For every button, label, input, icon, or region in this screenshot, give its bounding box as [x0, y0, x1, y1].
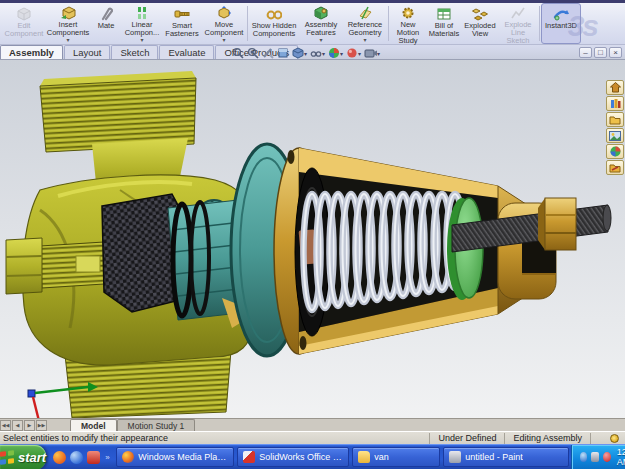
insert-components-button[interactable]: Insert Components ▾ — [46, 3, 90, 44]
tab-model[interactable]: Model — [70, 419, 117, 431]
assembly-3d-model[interactable] — [0, 60, 625, 418]
lock-nut[interactable] — [538, 198, 576, 250]
solidworks-resources-button[interactable] — [606, 80, 624, 95]
smart-fasteners-icon — [174, 6, 190, 21]
tray-volume-icon[interactable] — [580, 452, 588, 462]
taskbar-item-paint[interactable]: untitled - Paint — [443, 447, 569, 467]
taskbar-clock: 12:36 AM — [617, 447, 625, 467]
doc-restore-button[interactable]: □ — [594, 47, 607, 58]
graphics-area[interactable] — [0, 60, 625, 418]
media-app-icon[interactable] — [87, 451, 100, 464]
edit-component-icon — [16, 6, 32, 21]
study-tab-bar: ◀◀ ◀ ▶ ▶▶ Model Motion Study 1 — [0, 418, 625, 431]
command-manager: Edit Component Insert Components ▾ Mate … — [0, 3, 625, 45]
explode-line-sketch-button[interactable]: Explode Line Sketch — [498, 3, 538, 44]
taskbar-item-van-folder[interactable]: van — [352, 447, 440, 467]
dropdown-caret-icon[interactable]: ▾ — [304, 50, 307, 57]
design-library-button[interactable] — [606, 96, 624, 111]
bill-of-materials-icon — [436, 6, 452, 21]
tab-assembly[interactable]: Assembly — [0, 45, 63, 59]
reference-geometry-button[interactable]: Reference Geometry ▾ — [343, 3, 387, 44]
smart-fasteners-button[interactable]: Smart Fasteners — [162, 3, 202, 44]
reference-geometry-icon — [357, 6, 373, 20]
new-motion-study-icon — [400, 6, 416, 20]
dropdown-caret-icon[interactable]: ▾ — [377, 50, 380, 57]
tab-layout[interactable]: Layout — [64, 45, 111, 59]
dropdown-caret-icon[interactable]: ▾ — [340, 50, 343, 57]
dropdown-caret-icon[interactable]: ▾ — [363, 38, 366, 43]
insert-components-icon — [60, 6, 76, 20]
apply-scene-icon[interactable]: ▾ — [328, 47, 343, 59]
toolbar-separator — [247, 6, 248, 41]
status-spacer — [590, 433, 604, 444]
doc-close-button[interactable]: × — [609, 47, 622, 58]
exploded-view-button[interactable]: Exploded View — [462, 3, 498, 44]
toolbar-separator — [388, 6, 389, 41]
media-player-icon — [122, 451, 134, 463]
instant3d-icon — [553, 6, 569, 21]
zoom-fit-icon[interactable] — [232, 47, 244, 59]
tab-scroll-next-button[interactable]: ▶ — [24, 420, 35, 431]
dropdown-caret-icon[interactable]: ▾ — [358, 50, 361, 57]
edit-appearance-icon[interactable]: ▾ — [346, 47, 361, 59]
linear-pattern-button[interactable]: Linear Compon... ▾ — [122, 3, 162, 44]
tray-display-icon[interactable] — [591, 452, 599, 462]
folder-icon — [358, 451, 370, 463]
camera-view-icon[interactable]: ▾ — [364, 47, 380, 59]
tray-antivirus-icon[interactable] — [603, 452, 611, 462]
internet-explorer-icon[interactable] — [70, 451, 83, 464]
show-hidden-components-button[interactable]: Show Hidden Components — [249, 3, 299, 44]
tab-scroll-last-button[interactable]: ▶▶ — [36, 420, 47, 431]
view-orientation-icon[interactable] — [277, 47, 289, 59]
task-pane — [606, 80, 624, 175]
zoom-area-icon[interactable] — [247, 47, 259, 59]
firefox-icon[interactable] — [53, 451, 66, 464]
system-tray: 12:36 AM — [571, 445, 625, 469]
dropdown-caret-icon[interactable]: ▾ — [319, 38, 322, 43]
dropdown-caret-icon[interactable]: ▾ — [322, 50, 325, 57]
tab-scroll-prev-button[interactable]: ◀ — [12, 420, 23, 431]
file-explorer-button[interactable] — [606, 112, 624, 127]
tab-motion-study-1[interactable]: Motion Study 1 — [117, 419, 196, 431]
dropdown-caret-icon[interactable]: ▾ — [66, 38, 69, 43]
assembly-features-icon — [313, 6, 329, 20]
dassault-watermark: 3s — [568, 9, 597, 43]
windows-flag-icon — [0, 450, 14, 464]
status-message: Select entities to modify their appearan… — [0, 433, 429, 443]
view-toolbar: ▾ ▾ ▾ ▾ ▾ — [232, 46, 380, 60]
tab-scroll-first-button[interactable]: ◀◀ — [0, 420, 11, 431]
bill-of-materials-button[interactable]: Bill of Materials — [426, 3, 462, 44]
taskbar-item-solidworks[interactable]: SolidWorks Office 20... — [237, 447, 349, 467]
show-hidden-components-icon — [266, 6, 282, 21]
section-view-icon[interactable] — [262, 47, 274, 59]
move-component-button[interactable]: Move Component ▾ — [202, 3, 246, 44]
mate-button[interactable]: Mate — [90, 3, 122, 44]
edit-component-button[interactable]: Edit Component — [2, 3, 46, 44]
dropdown-caret-icon[interactable]: ▾ — [140, 38, 143, 43]
view-palette-button[interactable] — [606, 128, 624, 143]
paint-icon — [449, 451, 461, 463]
display-style-icon[interactable]: ▾ — [292, 47, 307, 59]
quick-launch-chevron-icon[interactable]: » — [105, 453, 109, 462]
assembly-features-button[interactable]: Assembly Features ▾ — [299, 3, 343, 44]
new-motion-study-button[interactable]: New Motion Study — [390, 3, 426, 44]
hide-show-items-icon[interactable]: ▾ — [310, 47, 325, 59]
linear-pattern-icon — [135, 6, 149, 20]
move-component-icon — [216, 6, 232, 20]
doc-minimize-button[interactable]: – — [579, 47, 592, 58]
tab-sketch[interactable]: Sketch — [111, 45, 158, 59]
quick-tips-icon[interactable] — [610, 434, 619, 443]
start-button[interactable]: start — [0, 445, 46, 469]
document-window-controls: – □ × — [579, 47, 622, 58]
status-editing-mode: Editing Assembly — [504, 433, 590, 444]
status-constraint: Under Defined — [429, 433, 504, 444]
dropdown-caret-icon[interactable]: ▾ — [222, 38, 225, 43]
custom-properties-button[interactable] — [606, 160, 624, 175]
quick-launch: » — [46, 451, 114, 464]
toolbar-separator — [539, 6, 540, 41]
explode-line-sketch-icon — [510, 6, 526, 20]
taskbar-item-media-player[interactable]: Windows Media Player — [116, 447, 234, 467]
appearances-scenes-button[interactable] — [606, 144, 624, 159]
tab-evaluate[interactable]: Evaluate — [159, 45, 214, 59]
solidworks-icon — [243, 451, 255, 463]
